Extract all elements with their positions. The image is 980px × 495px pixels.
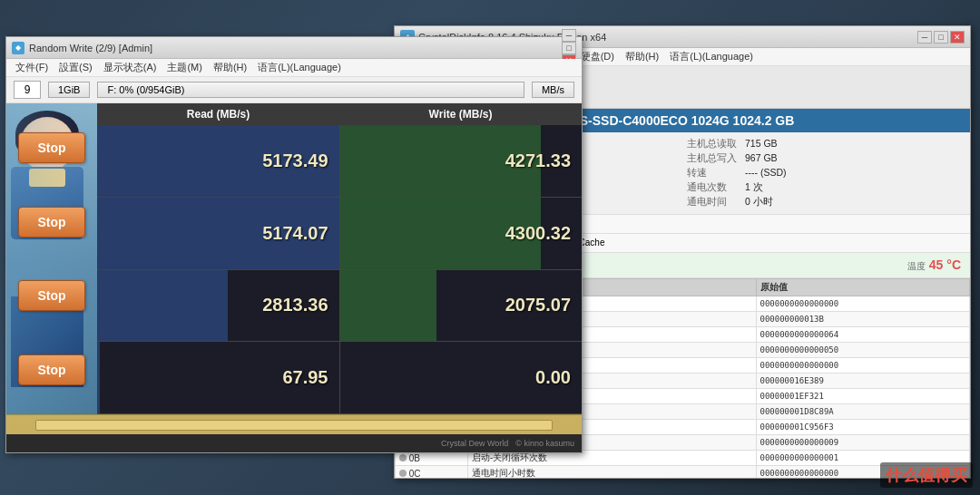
stop-btn-1[interactable]: Stop xyxy=(18,207,85,238)
cdm-left-panel: Stop Stop Stop Stop xyxy=(6,103,97,414)
info-rotation: 转速 ---- (SSD) xyxy=(687,167,961,180)
temp-value: 45 °C xyxy=(929,257,961,272)
smart-attr-value-1: 000000000013B xyxy=(756,312,970,327)
result-row-3: 67.95 0.00 xyxy=(97,342,582,414)
cdm-window: ◆ Random Write (2/9) [Admin] ─ □ ✕ 文件(F)… xyxy=(5,36,583,453)
smart-attr-name-11: 通电时间小时数 xyxy=(468,466,756,479)
cdm-titlebar: ◆ Random Write (2/9) [Admin] ─ □ ✕ xyxy=(6,37,582,59)
smart-dot-10 xyxy=(399,454,407,461)
health-temp: 温度 45 °C xyxy=(907,257,961,273)
stop-btn-3[interactable]: Stop xyxy=(18,354,85,385)
read-val-0: 5173.49 xyxy=(262,150,328,171)
cdm-drive-select[interactable]: F: 0% (0/954GiB) xyxy=(97,82,524,98)
cdi-menu-help[interactable]: 帮助(H) xyxy=(620,50,664,63)
smart-attr-value-7: 000000001D8C89A xyxy=(756,404,970,420)
result-read-3: 67.95 xyxy=(97,342,340,413)
header-read: Read (MB/s) xyxy=(97,103,339,125)
result-row-0: 5173.49 4271.33 xyxy=(97,125,582,198)
info-rotation-value: ---- (SSD) xyxy=(745,167,787,180)
cdi-maximize-btn[interactable]: □ xyxy=(934,31,948,44)
cdm-copyright: © kinno kasumu xyxy=(515,439,574,448)
smart-attr-value-8: 000000001C956F3 xyxy=(756,420,970,435)
write-val-3: 0.00 xyxy=(535,367,571,388)
info-total-writes-value: 967 GB xyxy=(745,152,778,165)
stop-btn-2[interactable]: Stop xyxy=(18,280,85,311)
read-val-3: 67.95 xyxy=(282,367,328,388)
info-total-writes-label: 主机总写入 xyxy=(687,152,741,165)
results-pane: Read (MB/s) Write (MB/s) 5173.49 4271.33 xyxy=(97,103,582,414)
read-bar-3 xyxy=(97,342,100,413)
cdm-footer: Crystal Dew World © kinno kasumu xyxy=(6,434,582,452)
cdi-win-buttons: ─ □ ✕ xyxy=(917,31,965,44)
info-rotation-label: 转速 xyxy=(687,167,741,180)
info-total-reads-label: 主机总读取 xyxy=(687,138,741,150)
smart-attr-value-4: 0000000000000000 xyxy=(756,358,970,374)
cdm-maximize-btn[interactable]: □ xyxy=(562,42,576,54)
write-val-1: 4300.32 xyxy=(505,223,571,244)
write-val-2: 2075.07 xyxy=(505,295,571,315)
cdm-menu-file[interactable]: 文件(F) xyxy=(10,61,54,74)
cdi-close-btn[interactable]: ✕ xyxy=(950,31,965,44)
result-row-2: 2813.36 2075.07 xyxy=(97,270,582,343)
info-total-writes: 主机总写入 967 GB xyxy=(687,152,961,165)
cdm-controls: 9 1GiB F: 0% (0/954GiB) MB/s xyxy=(6,77,582,103)
result-row-1: 5174.07 4300.32 xyxy=(97,198,582,270)
cdm-table-area: Stop Stop Stop Stop Read (MB/s) Write (M… xyxy=(6,103,582,414)
read-val-2: 2813.36 xyxy=(262,295,328,315)
info-power-count-value: 1 次 xyxy=(745,181,763,194)
info-total-reads: 主机总读取 715 GB xyxy=(687,138,961,150)
result-write-0: 4271.33 xyxy=(340,125,583,197)
cdm-progress-track xyxy=(35,420,554,431)
result-write-2: 2075.07 xyxy=(340,270,583,342)
cdm-menu-theme[interactable]: 主题(M) xyxy=(162,61,208,74)
smart-row-id-11: 0C xyxy=(396,466,468,479)
cdi-minimize-btn[interactable]: ─ xyxy=(917,31,932,44)
stop-btn-0[interactable]: Stop xyxy=(18,132,85,163)
cdm-brand: Crystal Dew World xyxy=(441,439,508,448)
cdi-menu-lang[interactable]: 语言(L)(Language) xyxy=(664,50,759,63)
result-read-1: 5174.07 xyxy=(97,198,340,269)
result-write-3: 0.00 xyxy=(340,342,583,413)
info-power-count: 通电次数 1 次 xyxy=(687,181,961,194)
cdm-title-text: Random Write (2/9) [Admin] xyxy=(29,43,562,53)
result-read-2: 2813.36 xyxy=(97,270,340,342)
write-val-0: 4271.33 xyxy=(505,150,571,171)
smart-attr-value-0: 0000000000000000 xyxy=(756,296,970,312)
cdm-minimize-btn[interactable]: ─ xyxy=(562,29,576,42)
read-bar-2 xyxy=(97,270,228,342)
info-power-hours-label: 通电时间 xyxy=(687,196,741,209)
info-power-count-label: 通电次数 xyxy=(687,181,741,194)
cdm-menubar: 文件(F) 設置(S) 显示状态(A) 主题(M) 帮助(H) 语言(L)(La… xyxy=(6,59,582,77)
smart-attr-value-2: 0000000000000064 xyxy=(756,327,970,343)
results-header: Read (MB/s) Write (MB/s) xyxy=(97,103,582,125)
read-val-1: 5174.07 xyxy=(262,223,328,244)
cdm-menu-settings[interactable]: 設置(S) xyxy=(54,61,98,74)
result-read-0: 5173.49 xyxy=(97,125,340,197)
cdm-count[interactable]: 9 xyxy=(14,81,41,99)
results-rows: 5173.49 4271.33 5174.07 4300.32 xyxy=(97,125,582,414)
cdm-icon: ◆ xyxy=(12,42,24,54)
write-bar-2 xyxy=(340,270,437,342)
smart-dot-11 xyxy=(399,470,407,477)
cdm-unit: MB/s xyxy=(532,82,574,98)
cdm-menu-help[interactable]: 帮助(H) xyxy=(208,61,252,74)
smart-attr-value-3: 0000000000000050 xyxy=(756,343,970,358)
header-write: Write (MB/s) xyxy=(339,103,582,125)
info-power-hours: 通电时间 0 小时 xyxy=(687,196,961,209)
info-power-hours-value: 0 小时 xyxy=(745,196,773,209)
smart-attr-value-6: 00000001EF321 xyxy=(756,389,970,404)
cdm-progress-bar xyxy=(6,414,582,434)
watermark: 什么值得买 xyxy=(880,462,973,488)
cdm-menu-display[interactable]: 显示状态(A) xyxy=(98,61,162,74)
smart-header-value: 原始值 xyxy=(756,279,970,296)
cdm-size-btn[interactable]: 1GiB xyxy=(48,82,90,98)
smart-attr-value-5: 000000016E389 xyxy=(756,374,970,389)
smart-attr-value-9: 0000000000000009 xyxy=(756,435,970,451)
temp-label: 温度 xyxy=(907,261,926,271)
info-total-reads-value: 715 GB xyxy=(745,138,778,150)
cdm-menu-lang[interactable]: 语言(L)(Language) xyxy=(252,61,347,74)
result-write-1: 4300.32 xyxy=(340,198,583,269)
